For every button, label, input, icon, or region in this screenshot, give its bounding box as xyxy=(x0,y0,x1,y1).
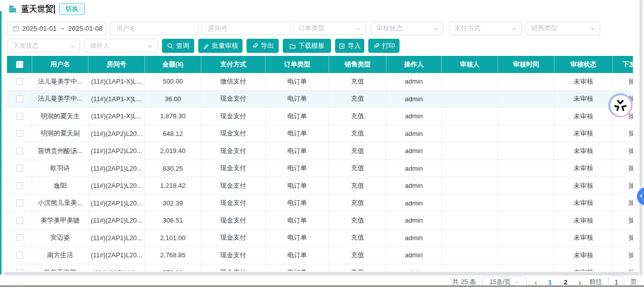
row-checkbox[interactable] xyxy=(16,269,23,271)
cell-action[interactable]: 操作 xyxy=(613,264,633,271)
cell-audit_time xyxy=(498,91,554,108)
sale-type-select[interactable]: 销售类型 xyxy=(526,21,600,35)
filter-row-2: 下发状态 操作人 查询 批量审核 导出 下载模板 导入 打印 xyxy=(0,39,644,53)
cell-room: (11#)(2AP1-X)L... xyxy=(89,108,145,125)
column-header: 审核人 xyxy=(442,56,498,73)
cell-operator: admin xyxy=(386,195,442,212)
cell-order: 电订单 xyxy=(266,125,329,142)
cell-audit_time xyxy=(498,177,554,194)
cell-action[interactable]: 操作 xyxy=(613,177,633,194)
cell-action[interactable]: 操作 xyxy=(613,142,633,160)
pay-method-select[interactable]: 支付方式 xyxy=(449,21,522,35)
table-row: 安迈姿(11#)(2AP1)L20...2,101.00现金支付电订单充值adm… xyxy=(7,230,633,247)
row-checkbox[interactable] xyxy=(16,217,23,224)
cell-sale: 充值 xyxy=(329,247,386,264)
cell-pay: 微信支付 xyxy=(201,73,266,90)
row-checkbox-cell xyxy=(7,125,32,142)
cell-user: 爸爸不泡茶 xyxy=(32,264,89,271)
drawer-toggle-button[interactable]: ‹ xyxy=(637,187,644,205)
cell-action[interactable]: 操作 xyxy=(613,195,633,212)
cell-pay: 现金支付 xyxy=(201,142,266,160)
audit-status-select[interactable]: 审核状态 xyxy=(371,21,444,35)
row-checkbox[interactable] xyxy=(16,182,23,189)
data-table: 用户名房间号金额(¥)支付方式订单类型销售类型操作人审核人审核时间审核状态下发状… xyxy=(7,56,633,271)
row-checkbox[interactable] xyxy=(16,199,23,206)
switch-button[interactable]: 切换 xyxy=(59,3,85,15)
column-header: 订单类型 xyxy=(266,56,329,73)
cell-status: 未审核 xyxy=(554,108,613,125)
import-button[interactable]: 导入 xyxy=(335,39,364,53)
print-button[interactable]: 打印 xyxy=(368,39,399,53)
cell-audit_time xyxy=(498,142,554,160)
export-button[interactable]: 导出 xyxy=(247,39,279,53)
cell-auditor xyxy=(442,73,498,90)
cell-pay: 现金支付 xyxy=(201,230,266,247)
cell-action[interactable]: 操作 xyxy=(613,212,633,229)
floating-assistant-button[interactable] xyxy=(608,93,632,117)
cell-user: 南方生活 xyxy=(32,247,89,264)
cell-room: (11#)(2AP2)L20... xyxy=(89,125,145,142)
search-icon xyxy=(167,43,174,49)
row-checkbox[interactable] xyxy=(16,78,23,85)
chevron-down-icon xyxy=(69,43,75,51)
cell-pay: 现金支付 xyxy=(201,195,266,212)
horizontal-scrollbar[interactable] xyxy=(4,272,639,275)
building-icon xyxy=(8,5,17,14)
cell-order: 电订单 xyxy=(266,230,329,247)
operator-select[interactable]: 操作人 xyxy=(85,39,157,53)
row-checkbox[interactable] xyxy=(16,95,23,102)
cell-action[interactable]: 操作 xyxy=(613,160,633,177)
row-checkbox[interactable] xyxy=(16,130,23,137)
row-checkbox[interactable] xyxy=(16,252,23,259)
cell-amount: 500.00 xyxy=(145,73,201,90)
select-all-checkbox[interactable] xyxy=(16,61,23,68)
download-template-button[interactable]: 下载模板 xyxy=(283,39,331,53)
vertical-scrollbar[interactable] xyxy=(639,0,642,276)
cell-room: (11#)(2AP1)L20... xyxy=(89,212,145,229)
cell-action[interactable]: 操作 xyxy=(613,247,633,264)
cell-action[interactable]: 操作 xyxy=(613,73,633,90)
cell-order: 电订单 xyxy=(266,142,329,160)
cell-audit_time xyxy=(498,108,554,125)
date-range-input[interactable]: 2025-01-01 ~ 2025-01-08 xyxy=(7,21,106,35)
row-checkbox[interactable] xyxy=(16,165,23,172)
cell-amount: 2,101.00 xyxy=(145,230,201,247)
order-type-select[interactable]: 订单类型 xyxy=(293,21,366,35)
cell-amount: 306.51 xyxy=(145,212,201,229)
row-checkbox[interactable] xyxy=(16,148,23,155)
cell-user: 法儿曼美学中... xyxy=(32,91,89,108)
table-row: 明洞的夏天主(11#)(2AP1-X)L...1,879.30现金支付电订单充值… xyxy=(7,108,633,125)
table-row: 美学美甲美睫(11#)(2AP1)L20...306.51现金支付电订单充值ad… xyxy=(7,212,633,230)
column-header: 操作人 xyxy=(386,56,442,73)
cell-auditor xyxy=(442,142,498,160)
dispatch-status-select[interactable]: 下发状态 xyxy=(7,39,80,53)
cell-action[interactable]: 操作 xyxy=(613,230,633,247)
cell-status: 未审核 xyxy=(554,264,613,271)
cell-action[interactable]: 操作 xyxy=(613,125,633,142)
cell-amount: 36.00 xyxy=(145,91,201,108)
username-input[interactable] xyxy=(115,24,193,33)
query-button[interactable]: 查询 xyxy=(162,39,194,53)
cell-audit_time xyxy=(498,195,554,212)
import-icon xyxy=(339,43,345,49)
column-header: 下发状态 xyxy=(613,56,633,73)
batch-audit-button[interactable]: 批量审核 xyxy=(198,39,243,53)
text-cursor xyxy=(54,5,55,14)
cell-audit_time xyxy=(498,73,554,90)
row-checkbox[interactable] xyxy=(16,113,23,120)
cell-auditor xyxy=(442,212,498,229)
cell-pay: 现金支付 xyxy=(201,247,266,264)
cell-pay: 现金支付 xyxy=(201,125,266,142)
cell-order: 电订单 xyxy=(266,108,329,125)
cell-audit_time xyxy=(498,160,554,177)
calendar-icon xyxy=(13,25,19,32)
cell-room: (11#)(2AP1)L20... xyxy=(89,195,145,212)
row-checkbox[interactable] xyxy=(16,234,23,241)
header-checkbox-cell xyxy=(7,56,32,73)
room-input[interactable] xyxy=(207,24,285,33)
cell-auditor xyxy=(442,91,498,108)
cell-pay: 现金支付 xyxy=(201,108,266,125)
cell-pay: 现金支付 xyxy=(201,212,266,229)
cell-user: 明洞的夏天主 xyxy=(32,108,89,125)
cell-operator: admin xyxy=(386,264,442,271)
